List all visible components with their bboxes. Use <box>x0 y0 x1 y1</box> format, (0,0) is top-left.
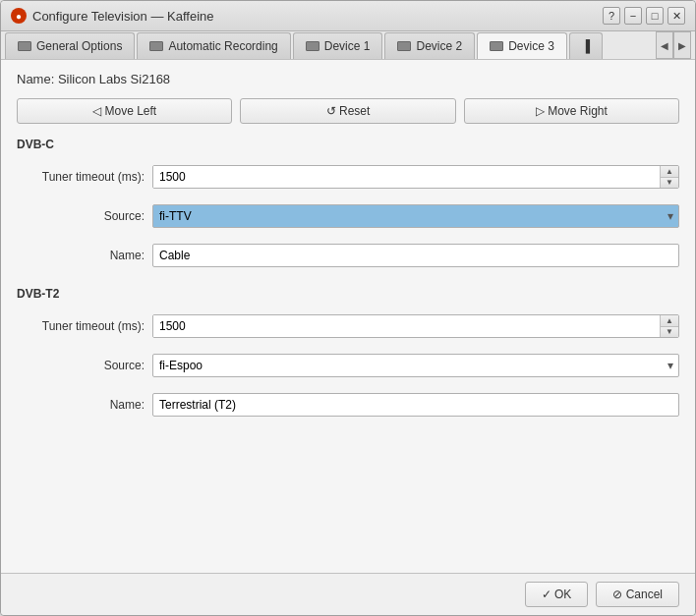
device-name-label: Name: Silicon Labs Si2168 <box>17 72 679 86</box>
dvb-t2-section-header: DVB-T2 <box>17 287 679 301</box>
dvb-t2-tuner-timeout-field: ▲ ▼ <box>152 314 679 338</box>
tab-icon-device3 <box>490 41 503 51</box>
tab-device2[interactable]: Device 2 <box>384 32 475 59</box>
tab-icon-device2 <box>397 41 411 51</box>
dvb-c-source-row: Source: fi-TTV fi-Espoo No Source <box>17 204 679 228</box>
dvb-t2-source-field: fi-TTV fi-Espoo No Source <box>152 354 679 377</box>
dvb-c-tuner-timeout-row: Tuner timeout (ms): ▲ ▼ <box>17 165 679 189</box>
dvb-t2-tuner-timeout-row: Tuner timeout (ms): ▲ ▼ <box>17 314 679 338</box>
tab-more[interactable]: ▐ <box>569 32 604 59</box>
dvb-t2-name-label: Name: <box>17 398 145 412</box>
dvb-c-tuner-spinbox: ▲ ▼ <box>152 165 679 189</box>
dvb-t2-tuner-increment-button[interactable]: ▲ <box>661 315 678 326</box>
dvb-c-name-field <box>152 244 679 267</box>
dvb-t2-tuner-decrement-button[interactable]: ▼ <box>661 326 678 338</box>
dvb-c-section-header: DVB-C <box>17 138 679 151</box>
dvb-t2-tuner-timeout-label: Tuner timeout (ms): <box>17 319 145 333</box>
dvb-c-spinbox-buttons: ▲ ▼ <box>660 166 678 188</box>
dvb-t2-tuner-timeout-input[interactable] <box>153 315 660 337</box>
app-icon: ● <box>11 8 27 24</box>
titlebar-left: ● Configure Television — Kaffeine <box>11 8 214 24</box>
tabs-row: General Options Automatic Recording Devi… <box>1 31 695 60</box>
tab-icon-general <box>18 41 31 51</box>
footer: ✓ OK ⊘ Cancel <box>1 573 695 615</box>
dvb-t2-source-label: Source: <box>17 359 145 372</box>
dvb-c-source-select[interactable]: fi-TTV fi-Espoo No Source <box>152 204 679 228</box>
move-right-button[interactable]: ▷ Move Right <box>464 98 679 124</box>
dvb-t2-source-wrapper: fi-TTV fi-Espoo No Source <box>152 354 679 377</box>
maximize-button[interactable]: □ <box>646 7 664 25</box>
dvb-c-name-row: Name: <box>17 244 679 267</box>
dvb-c-tuner-timeout-field: ▲ ▼ <box>152 165 679 189</box>
window-title: Configure Television — Kaffeine <box>32 9 214 24</box>
dvb-c-tuner-increment-button[interactable]: ▲ <box>661 166 678 177</box>
dvb-c-tuner-timeout-label: Tuner timeout (ms): <box>17 170 145 184</box>
dvb-t2-name-row: Name: <box>17 393 679 417</box>
cancel-button[interactable]: ⊘ Cancel <box>596 582 679 607</box>
tab-device1[interactable]: Device 1 <box>293 32 383 59</box>
minimize-button[interactable]: − <box>624 7 642 25</box>
dvb-t2-source-row: Source: fi-TTV fi-Espoo No Source <box>17 354 679 377</box>
dvb-t2-name-field <box>152 393 679 417</box>
tab-device3[interactable]: Device 3 <box>477 32 567 60</box>
titlebar: ● Configure Television — Kaffeine ? − □ … <box>1 1 695 31</box>
dvb-c-tuner-timeout-input[interactable] <box>153 166 660 188</box>
dvb-t2-spinbox-buttons: ▲ ▼ <box>660 315 678 337</box>
dvb-c-source-label: Source: <box>17 209 145 223</box>
dvb-t2-source-select[interactable]: fi-TTV fi-Espoo No Source <box>152 354 679 377</box>
titlebar-controls: ? − □ ✕ <box>603 7 685 25</box>
button-row: ◁ Move Left ↺ Reset ▷ Move Right <box>17 98 679 124</box>
tab-icon-automatic <box>149 41 163 51</box>
dvb-c-source-wrapper: fi-TTV fi-Espoo No Source <box>152 204 679 228</box>
content-area: Name: Silicon Labs Si2168 ◁ Move Left ↺ … <box>1 60 695 573</box>
dvb-t2-name-input[interactable] <box>152 393 679 417</box>
reset-button[interactable]: ↺ Reset <box>240 98 455 124</box>
tab-scroll-left-button[interactable]: ◀ <box>656 31 673 59</box>
dvb-t2-tuner-spinbox: ▲ ▼ <box>152 314 679 338</box>
main-window: ● Configure Television — Kaffeine ? − □ … <box>0 0 696 616</box>
tab-icon-device1 <box>306 41 319 51</box>
close-button[interactable]: ✕ <box>667 7 685 25</box>
tab-scroll-right-button[interactable]: ▶ <box>673 31 691 59</box>
help-button[interactable]: ? <box>603 7 620 25</box>
dvb-c-name-input[interactable] <box>152 244 679 267</box>
dvb-c-tuner-decrement-button[interactable]: ▼ <box>661 177 678 189</box>
tab-general[interactable]: General Options <box>5 32 135 59</box>
ok-button[interactable]: ✓ OK <box>525 582 589 607</box>
tab-automatic[interactable]: Automatic Recording <box>137 32 290 59</box>
tab-nav: ◀ ▶ <box>656 31 691 59</box>
move-left-button[interactable]: ◁ Move Left <box>17 98 232 124</box>
dvb-c-name-label: Name: <box>17 249 145 262</box>
dvb-c-source-field: fi-TTV fi-Espoo No Source <box>152 204 679 228</box>
